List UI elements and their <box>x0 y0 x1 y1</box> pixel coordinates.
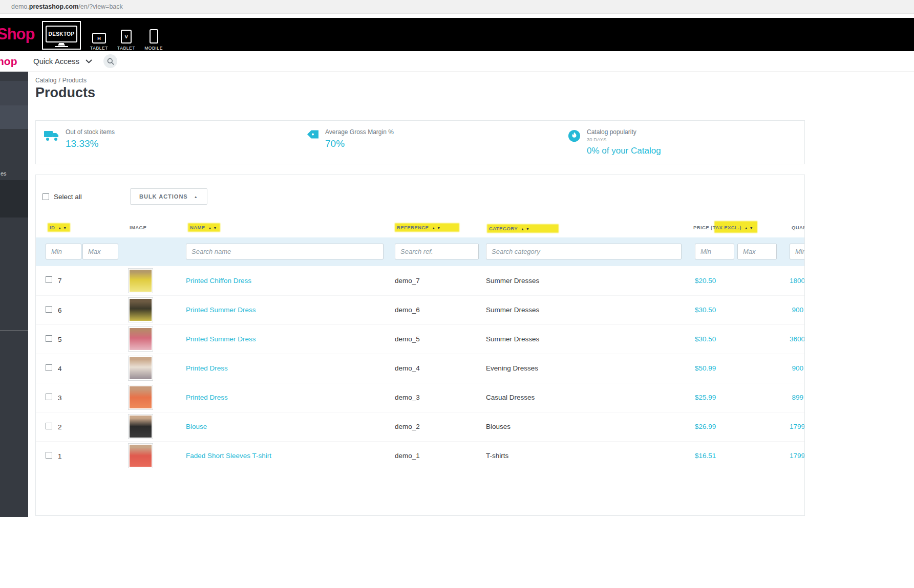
product-thumbnail[interactable] <box>128 356 153 381</box>
product-name-link[interactable]: Faded Short Sleeves T-shirt <box>186 452 271 460</box>
flame-badge-icon <box>568 129 581 164</box>
product-id: 6 <box>58 307 62 314</box>
bulk-actions-button[interactable]: BULK ACTIONS ▲ <box>130 188 207 205</box>
chevron-down-icon <box>86 59 92 63</box>
table-row: 7 Printed Chiffon Dress demo_7 Summer Dr… <box>36 266 804 295</box>
column-header-image: IMAGE <box>130 225 146 230</box>
product-quantity: 1799 <box>790 452 803 460</box>
product-image <box>130 386 152 408</box>
product-name-link[interactable]: Printed Summer Dress <box>186 335 256 343</box>
filter-price-min-input[interactable] <box>695 244 734 259</box>
admin-header: hop Quick Access <box>0 51 914 72</box>
sort-arrows-icon[interactable]: ▲▼ <box>58 226 68 230</box>
kpi-panel: Out of stock items 13.33% Average Gross … <box>35 120 805 164</box>
quick-access-dropdown[interactable]: Quick Access <box>33 57 92 66</box>
product-name-link[interactable]: Printed Dress <box>186 364 228 372</box>
col-reference-label: REFERENCE <box>397 225 429 230</box>
products-table-container: ID▲▼ IMAGE NAME▲▼ REFE <box>36 216 804 470</box>
table-row: 6 Printed Summer Dress demo_6 Summer Dre… <box>36 295 804 324</box>
select-all-label: Select all <box>54 193 82 201</box>
bulk-actions-label: BULK ACTIONS <box>139 193 188 200</box>
row-checkbox[interactable] <box>46 276 52 283</box>
sidebar-item[interactable] <box>0 81 28 105</box>
product-name-link[interactable]: Blouse <box>186 423 207 430</box>
row-checkbox[interactable] <box>46 306 52 313</box>
product-id: 4 <box>58 365 62 373</box>
filter-id-min-input[interactable] <box>46 244 81 259</box>
column-header-quantity[interactable]: QUANTITY▲▼ <box>792 225 804 230</box>
product-thumbnail[interactable] <box>128 414 153 439</box>
tablet-h-label: TABLET <box>90 46 108 51</box>
product-reference: demo_4 <box>389 354 481 383</box>
breadcrumb: Catalog/Products <box>35 77 914 84</box>
col-category-label: CATEGORY <box>489 226 518 231</box>
monitor-base-icon <box>55 46 68 47</box>
column-header-name[interactable]: NAME▲▼ <box>189 224 219 231</box>
kpi-value: 0% of your Catalog <box>587 146 661 156</box>
tablet-vertical-preview-button[interactable]: V TABLET <box>117 20 135 51</box>
sort-arrows-icon[interactable]: ▲▼ <box>432 226 442 230</box>
product-image <box>130 299 152 321</box>
product-quantity: 900 <box>790 306 803 314</box>
select-all-checkbox[interactable] <box>42 193 49 200</box>
filter-price-max-input[interactable] <box>737 244 777 259</box>
sort-arrows-icon[interactable]: ▲▼ <box>521 227 531 231</box>
search-icon <box>107 58 114 65</box>
url-prefix: demo. <box>11 3 29 10</box>
column-header-category[interactable]: CATEGORY▲▼ <box>488 225 558 232</box>
row-checkbox[interactable] <box>46 394 52 400</box>
filter-reference-input[interactable] <box>395 244 479 259</box>
product-price: $26.99 <box>686 412 783 441</box>
product-thumbnail[interactable] <box>128 385 153 410</box>
breadcrumb-section[interactable]: Catalog <box>35 77 56 84</box>
sidebar: es <box>0 72 28 517</box>
column-header-reference[interactable]: REFERENCE▲▼ <box>396 224 458 231</box>
select-all-control[interactable]: Select all <box>42 193 130 201</box>
row-checkbox[interactable] <box>46 452 52 459</box>
row-checkbox[interactable] <box>46 364 52 371</box>
sidebar-item[interactable] <box>0 105 28 129</box>
browser-url-bar[interactable]: demo.prestashop.com/en/?view=back <box>0 0 914 14</box>
product-category: Casual Dresses <box>481 383 686 412</box>
column-header-price[interactable]: PRICE (TAX EXCL.)▲▼ <box>693 225 755 230</box>
product-reference: demo_2 <box>389 412 481 441</box>
table-row: 3 Printed Dress demo_3 Casual Dresses $2… <box>36 383 804 412</box>
product-thumbnail[interactable] <box>128 443 153 468</box>
product-id: 1 <box>58 452 62 460</box>
product-price: $20.50 <box>686 266 783 295</box>
filter-category-input[interactable] <box>486 244 682 259</box>
filter-name-input[interactable] <box>186 244 384 259</box>
tablet-horizontal-preview-button[interactable]: H TABLET <box>90 20 108 51</box>
row-checkbox[interactable] <box>46 335 52 342</box>
filter-quantity-min-input[interactable] <box>790 244 804 259</box>
product-thumbnail[interactable] <box>128 297 153 322</box>
product-thumbnail[interactable] <box>128 326 153 352</box>
desktop-monitor-icon: DESKTOP <box>46 26 77 42</box>
sort-arrows-icon[interactable]: ▲▼ <box>745 226 755 230</box>
sidebar-item-label-fragment[interactable]: es <box>1 170 7 177</box>
desktop-preview-button[interactable]: DESKTOP <box>42 21 81 50</box>
product-category: T-shirts <box>481 441 686 470</box>
search-button[interactable] <box>103 54 117 68</box>
kpi-out-of-stock: Out of stock items 13.33% <box>36 128 307 164</box>
product-id: 5 <box>58 336 62 343</box>
sort-arrows-icon[interactable]: ▲▼ <box>208 226 219 230</box>
product-quantity: 1800 <box>790 277 803 285</box>
table-row: 4 Printed Dress demo_4 Evening Dresses $… <box>36 354 804 383</box>
product-category: Summer Dresses <box>481 266 686 295</box>
mobile-preview-button[interactable]: MOBILE <box>144 20 163 51</box>
product-name-link[interactable]: Printed Dress <box>186 394 228 401</box>
kpi-label: Out of stock items <box>66 128 115 136</box>
sidebar-divider <box>0 330 28 331</box>
caret-up-icon: ▲ <box>194 195 198 199</box>
product-id: 7 <box>58 277 62 285</box>
mobile-label: MOBILE <box>144 46 163 51</box>
column-header-id[interactable]: ID▲▼ <box>49 224 69 231</box>
filter-id-max-input[interactable] <box>82 244 118 259</box>
row-checkbox[interactable] <box>46 423 52 429</box>
product-name-link[interactable]: Printed Chiffon Dress <box>186 277 251 285</box>
tablet-v-label: TABLET <box>117 46 135 51</box>
product-thumbnail[interactable] <box>128 268 153 293</box>
product-name-link[interactable]: Printed Summer Dress <box>186 306 256 314</box>
product-reference: demo_7 <box>389 266 481 295</box>
